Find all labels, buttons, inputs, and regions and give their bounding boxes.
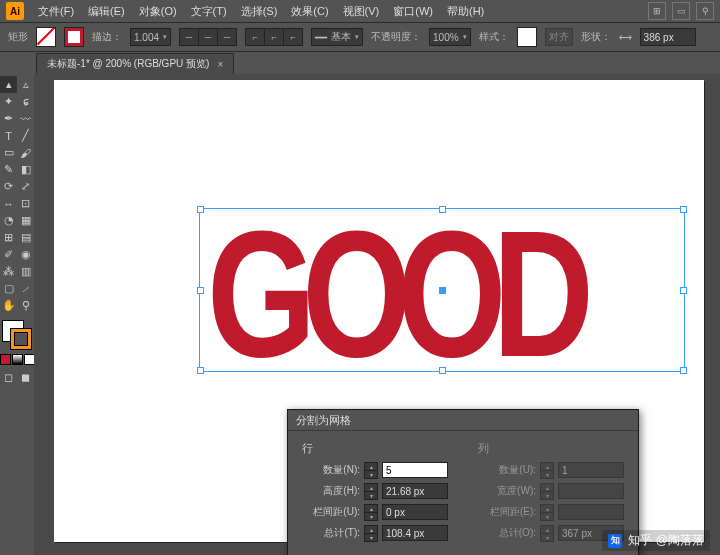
handle-center[interactable] (439, 287, 446, 294)
hand-tool[interactable]: ✋ (0, 297, 17, 314)
zoom-tool[interactable]: ⚲ (17, 297, 34, 314)
perspective-tool[interactable]: ▦ (17, 212, 34, 229)
cols-group-label: 列 (478, 441, 624, 456)
shape-w-label: 形状： (581, 30, 611, 44)
rows-total-stepper[interactable]: ▴▾ (364, 525, 378, 541)
cols-gutter-stepper: ▴▾ (540, 504, 554, 520)
menu-select[interactable]: 选择(S) (235, 2, 284, 21)
stroke-corners[interactable]: ⌐⌐⌐ (245, 28, 303, 46)
search-icon[interactable]: ⚲ (696, 2, 714, 20)
menu-view[interactable]: 视图(V) (337, 2, 386, 21)
rows-group-label: 行 (302, 441, 448, 456)
rows-height-label: 高度(H): (302, 484, 360, 498)
cols-count-stepper[interactable]: ▴▾ (540, 462, 554, 478)
color-mode-boxes[interactable] (0, 354, 35, 365)
handle-mid-right[interactable] (680, 287, 687, 294)
mesh-tool[interactable]: ⊞ (0, 229, 17, 246)
rows-gutter-label: 栏间距(U): (302, 505, 360, 519)
symbol-sprayer-tool[interactable]: ⁂ (0, 263, 17, 280)
blend-tool[interactable]: ◉ (17, 246, 34, 263)
scale-tool[interactable]: ⤢ (17, 178, 34, 195)
type-tool[interactable]: T (0, 127, 17, 144)
opacity-input[interactable]: 100%▾ (429, 28, 471, 46)
layout-icon[interactable]: ▭ (672, 2, 690, 20)
canvas[interactable]: GOOD 分割为网格 行 数量(N):▴▾ (34, 74, 720, 555)
menu-object[interactable]: 对象(O) (133, 2, 183, 21)
app-logo: Ai (6, 2, 24, 20)
selection-bounds[interactable] (199, 208, 685, 372)
rows-count-input[interactable] (382, 462, 448, 478)
rows-group: 行 数量(N):▴▾ 高度(H):▴▾ 栏间距(U):▴▾ 总计(T):▴▾ (302, 441, 448, 546)
slice-tool[interactable]: ⟋ (17, 280, 34, 297)
dialog-title[interactable]: 分割为网格 (288, 410, 638, 431)
handle-top-right[interactable] (680, 206, 687, 213)
menu-help[interactable]: 帮助(H) (441, 2, 490, 21)
shape-builder-tool[interactable]: ◔ (0, 212, 17, 229)
shape-width-input[interactable] (640, 28, 696, 46)
rotate-tool[interactable]: ⟳ (0, 178, 17, 195)
curvature-tool[interactable]: 〰 (17, 110, 34, 127)
stroke-label: 描边： (92, 30, 122, 44)
cols-gutter-label: 栏间距(E): (478, 505, 536, 519)
free-transform-tool[interactable]: ⊡ (17, 195, 34, 212)
fill-swatch[interactable] (36, 27, 56, 47)
paintbrush-tool[interactable]: 🖌 (17, 144, 34, 161)
zhihu-icon: 知 (608, 534, 622, 548)
align-button[interactable]: 对齐 (545, 28, 573, 46)
selection-tool[interactable]: ▴ (0, 76, 17, 93)
rows-total-label: 总计(T): (302, 526, 360, 540)
stroke-weight-input[interactable]: 1.004▾ (130, 28, 171, 46)
menu-type[interactable]: 文字(T) (185, 2, 233, 21)
direct-selection-tool[interactable]: ▵ (17, 76, 34, 93)
handle-top-mid[interactable] (439, 206, 446, 213)
menu-file[interactable]: 文件(F) (32, 2, 80, 21)
cols-total-stepper[interactable]: ▴▾ (540, 525, 554, 541)
document-tab[interactable]: 未标题-1* @ 200% (RGB/GPU 预览) × (36, 53, 234, 74)
lasso-tool[interactable]: ɕ (17, 93, 34, 110)
shaper-tool[interactable]: ✎ (0, 161, 17, 178)
watermark-text: 知乎 @陶落落 (628, 532, 704, 549)
close-icon[interactable]: × (217, 59, 223, 70)
handle-bot-left[interactable] (197, 367, 204, 374)
style-swatch[interactable] (517, 27, 537, 47)
rows-height-input[interactable] (382, 483, 448, 499)
menu-edit[interactable]: 编辑(E) (82, 2, 131, 21)
graph-tool[interactable]: ▥ (17, 263, 34, 280)
handle-top-left[interactable] (197, 206, 204, 213)
width-tool[interactable]: ↔ (0, 195, 17, 212)
handle-bot-mid[interactable] (439, 367, 446, 374)
cols-count-input[interactable] (558, 462, 624, 478)
rows-gutter-stepper[interactable]: ▴▾ (364, 504, 378, 520)
fill-stroke-control[interactable] (2, 320, 32, 350)
rows-total-input[interactable] (382, 525, 448, 541)
eyedropper-tool[interactable]: ✐ (0, 246, 17, 263)
stroke-color[interactable] (10, 328, 32, 350)
rectangle-tool[interactable]: ▭ (0, 144, 17, 161)
rows-count-label: 数量(N): (302, 463, 360, 477)
screen-mode-normal[interactable]: ◻ (0, 369, 17, 386)
brush-dropdown[interactable]: ━━基本▾ (311, 28, 363, 46)
handle-bot-right[interactable] (680, 367, 687, 374)
cols-count-label: 数量(U): (478, 463, 536, 477)
artboard-tool[interactable]: ▢ (0, 280, 17, 297)
stroke-caps[interactable]: ─── (179, 28, 237, 46)
magic-wand-tool[interactable]: ✦ (0, 93, 17, 110)
work-area: ▴▵ ✦ɕ ✒〰 T╱ ▭🖌 ✎◧ ⟳⤢ ↔⊡ ◔▦ ⊞▤ ✐◉ ⁂▥ ▢⟋ ✋… (0, 74, 720, 555)
line-tool[interactable]: ╱ (17, 127, 34, 144)
pen-tool[interactable]: ✒ (0, 110, 17, 127)
menu-window[interactable]: 窗口(W) (387, 2, 439, 21)
document-tab-bar: 未标题-1* @ 200% (RGB/GPU 预览) × (0, 52, 720, 74)
rows-height-stepper[interactable]: ▴▾ (364, 483, 378, 499)
screen-mode-full[interactable]: ◼ (17, 369, 34, 386)
menu-effect[interactable]: 效果(C) (285, 2, 334, 21)
stroke-swatch[interactable] (64, 27, 84, 47)
rows-gutter-input[interactable] (382, 504, 448, 520)
eraser-tool[interactable]: ◧ (17, 161, 34, 178)
document-tab-title: 未标题-1* @ 200% (RGB/GPU 预览) (47, 57, 209, 71)
gpu-icon[interactable]: ⊞ (648, 2, 666, 20)
gradient-tool[interactable]: ▤ (17, 229, 34, 246)
handle-mid-left[interactable] (197, 287, 204, 294)
rows-count-stepper[interactable]: ▴▾ (364, 462, 378, 478)
style-label: 样式： (479, 30, 509, 44)
cols-width-stepper: ▴▾ (540, 483, 554, 499)
